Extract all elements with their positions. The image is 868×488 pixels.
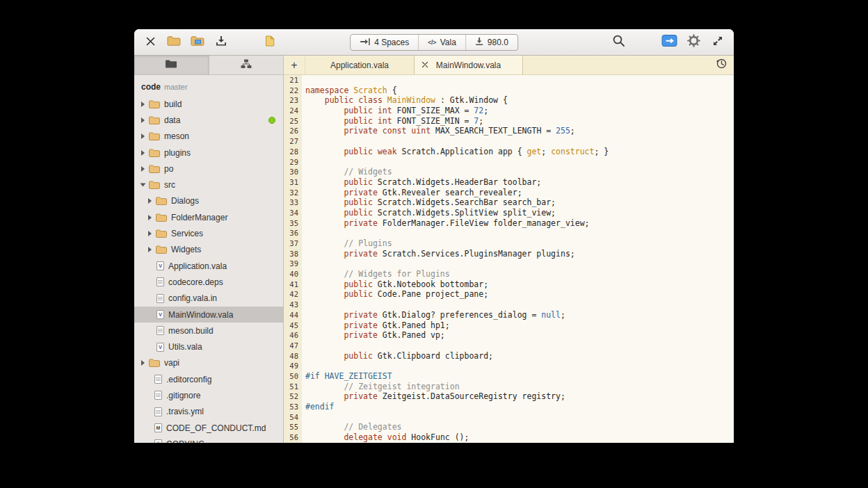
tree-item-src[interactable]: src xyxy=(134,177,283,193)
code-line[interactable]: 32 private Gtk.Revealer search_revealer; xyxy=(284,188,734,198)
code-line[interactable]: 22namespace Scratch { xyxy=(284,86,734,96)
code-line[interactable]: 30 // Widgets xyxy=(284,167,734,177)
code-line[interactable]: 33 public Scratch.Widgets.SearchBar sear… xyxy=(284,197,734,208)
tree-item-build[interactable]: build xyxy=(134,96,283,112)
search-button[interactable] xyxy=(609,33,627,51)
code-line[interactable]: 38 private Scratch.Services.PluginsManag… xyxy=(284,249,734,259)
line-number: 52 xyxy=(284,391,302,402)
line-number: 29 xyxy=(284,157,302,168)
code-line[interactable]: 23 public class MainWindow : Gtk.Window … xyxy=(284,95,734,106)
code-line[interactable]: 52 private Zeitgeist.DataSourceRegistry … xyxy=(284,391,734,402)
tree-item-data[interactable]: data xyxy=(134,112,283,128)
share-button[interactable] xyxy=(660,33,678,51)
code-line[interactable]: 48 public Gtk.Clipboard clipboard; xyxy=(284,351,734,361)
tree-item-codecore-deps[interactable]: codecore.deps xyxy=(134,274,283,290)
expand-arrow-icon[interactable] xyxy=(148,231,152,236)
code-line[interactable]: 27 xyxy=(284,136,734,147)
tree-item-meson[interactable]: meson xyxy=(134,129,283,145)
tree-item-label: meson.build xyxy=(168,326,214,336)
code-line[interactable]: 24 public int FONT_SIZE_MAX = 72; xyxy=(284,106,734,116)
code-line[interactable]: 47 xyxy=(284,341,734,351)
expand-arrow-icon[interactable] xyxy=(141,133,145,139)
expand-arrow-icon[interactable] xyxy=(141,117,145,123)
goto-line-button[interactable]: 980.0 xyxy=(466,35,517,50)
tree-item-copying[interactable]: ©COPYING xyxy=(134,436,283,443)
code-line[interactable]: 34 public Scratch.Widgets.SplitView spli… xyxy=(284,208,734,218)
code-line[interactable]: 21 xyxy=(284,75,734,86)
tree-item-utils-vala[interactable]: VUtils.vala xyxy=(134,339,283,355)
indent-width-button[interactable]: 4 Spaces xyxy=(351,35,419,50)
fullscreen-button[interactable] xyxy=(709,33,727,51)
code-line[interactable]: 53#endif xyxy=(284,402,734,412)
tree-item-widgets[interactable]: Widgets xyxy=(134,242,283,258)
tree-item-mainwindow-vala[interactable]: VMainWindow.vala xyxy=(134,307,283,323)
code-line[interactable]: 46 private Gtk.Paned vp; xyxy=(284,330,734,341)
expand-arrow-icon[interactable] xyxy=(141,150,145,156)
code-line[interactable]: 41 public Gtk.Notebook bottombar; xyxy=(284,279,734,290)
open-project-button[interactable] xyxy=(188,33,207,51)
code-line[interactable]: 39 xyxy=(284,259,734,269)
tree-item-label: .editorconfig xyxy=(166,375,211,384)
indent-icon xyxy=(360,38,370,48)
expand-arrow-icon[interactable] xyxy=(148,198,152,204)
code-line[interactable]: 54 xyxy=(284,412,734,423)
code-text: delegate void HookFunc (); xyxy=(302,432,734,443)
code-line[interactable]: 49 xyxy=(284,361,734,371)
code-area[interactable]: 2122namespace Scratch {23 public class M… xyxy=(284,75,734,443)
line-number: 37 xyxy=(284,238,302,249)
tree-item-po[interactable]: po xyxy=(134,161,283,177)
save-file-button[interactable] xyxy=(212,33,230,51)
tree-item--travis-yml[interactable]: .travis.yml xyxy=(134,404,283,420)
collapse-arrow-icon[interactable] xyxy=(140,184,146,187)
open-file-button[interactable] xyxy=(165,33,183,51)
tree-item-dialogs[interactable]: Dialogs xyxy=(134,193,283,209)
language-button[interactable]: </> Vala xyxy=(419,35,466,50)
tree-item-meson-build[interactable]: meson.build xyxy=(134,323,283,339)
folder-icon xyxy=(149,181,160,189)
files-view-toggle[interactable] xyxy=(134,56,209,74)
code-line[interactable]: 50#if HAVE_ZEITGEIST xyxy=(284,371,734,382)
expand-arrow-icon[interactable] xyxy=(148,247,152,252)
tree-item--editorconfig[interactable]: .editorconfig xyxy=(134,371,283,387)
code-line[interactable]: 37 // Plugins xyxy=(284,238,734,249)
code-line[interactable]: 40 // Widgets for Plugins xyxy=(284,269,734,279)
tree-item-vapi[interactable]: vapi xyxy=(134,355,283,371)
code-line[interactable]: 55 // Delegates xyxy=(284,422,734,432)
tree-item-code-of-conduct-md[interactable]: MCODE_OF_CONDUCT.md xyxy=(134,420,283,436)
tab-mainwindow-vala[interactable]: MainWindow.vala xyxy=(414,56,523,74)
expand-arrow-icon[interactable] xyxy=(141,166,145,172)
code-line[interactable]: 51 // Zeitgeist integration xyxy=(284,382,734,392)
code-line[interactable]: 56 delegate void HookFunc (); xyxy=(284,432,734,443)
code-line[interactable]: 25 public int FONT_SIZE_MIN = 7; xyxy=(284,116,734,127)
outline-view-toggle[interactable] xyxy=(209,56,284,74)
tree-item--gitignore[interactable]: .gitignore xyxy=(134,387,283,403)
new-tab-button[interactable]: + xyxy=(284,56,305,74)
code-line[interactable]: 31 public Scratch.Widgets.HeaderBar tool… xyxy=(284,177,734,188)
tree-item-application-vala[interactable]: VApplication.vala xyxy=(134,258,283,274)
settings-button[interactable] xyxy=(684,33,702,51)
code-line[interactable]: 45 private Gtk.Paned hp1; xyxy=(284,320,734,331)
close-window-button[interactable] xyxy=(141,33,159,51)
tree-item-plugins[interactable]: plugins xyxy=(134,145,283,161)
code-line[interactable]: 43 xyxy=(284,300,734,310)
tree-item-foldermanager[interactable]: FolderManager xyxy=(134,209,283,225)
tree-item-label: .travis.yml xyxy=(166,407,204,416)
expand-arrow-icon[interactable] xyxy=(148,215,152,220)
code-line[interactable]: 44 private Gtk.Dialog? preferences_dialo… xyxy=(284,310,734,320)
tree-item-config-vala-in[interactable]: config.vala.in xyxy=(134,291,283,307)
code-line[interactable]: 28 public weak Scratch.Application app {… xyxy=(284,147,734,157)
expand-arrow-icon[interactable] xyxy=(141,101,145,107)
tab-application-vala[interactable]: Application.vala xyxy=(305,56,414,74)
doc-file-icon xyxy=(154,375,162,384)
history-button[interactable] xyxy=(714,58,728,72)
code-line[interactable]: 36 xyxy=(284,228,734,238)
expand-arrow-icon[interactable] xyxy=(141,360,145,366)
code-line[interactable]: 35 private FolderManager.FileView folder… xyxy=(284,218,734,229)
close-tab-button[interactable] xyxy=(421,61,429,70)
project-header[interactable]: codemaster xyxy=(134,75,283,96)
code-line[interactable]: 26 private const uint MAX_SEARCH_TEXT_LE… xyxy=(284,126,734,136)
templates-button[interactable] xyxy=(261,33,279,51)
tree-item-services[interactable]: Services xyxy=(134,225,283,241)
code-line[interactable]: 42 public Code.Pane project_pane; xyxy=(284,289,734,300)
code-line[interactable]: 29 xyxy=(284,157,734,168)
